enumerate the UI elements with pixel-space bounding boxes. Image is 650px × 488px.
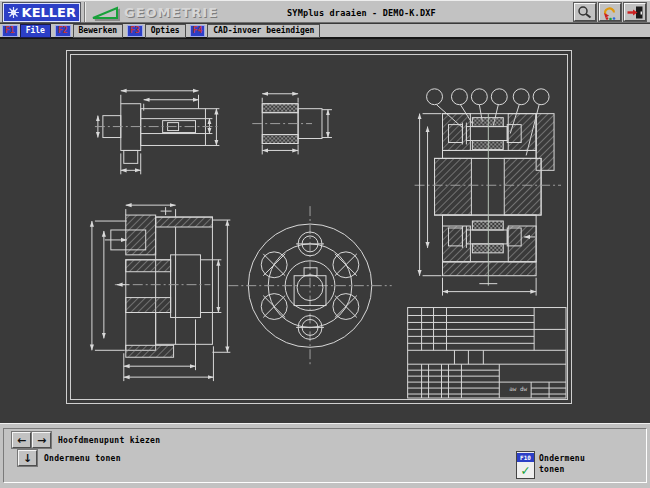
checkmark-icon: ✓ — [521, 462, 529, 478]
zoom-button[interactable] — [574, 3, 596, 21]
menubar: F1 File F2 Bewerken F3 Opties F4 CAD-inv… — [0, 24, 650, 39]
fkey-f2: F2 — [55, 25, 71, 37]
arrow-left-button[interactable]: ← — [12, 432, 31, 448]
status-panel: ← → Hoofdmenupunt kiezen ↓ Ondermenu ton… — [3, 428, 647, 483]
menu-item-cad-invoer-beeindigen[interactable]: F4 CAD-invoer beeindigen — [190, 24, 321, 38]
magnifier-icon — [576, 5, 594, 20]
menu-label-file: File — [20, 24, 51, 38]
title-bar: KELLER GEOMETRIE SYMplus draaien - DEMO-… — [0, 0, 650, 23]
titlebar-divider — [84, 2, 86, 22]
exit-button[interactable] — [624, 3, 646, 21]
f10-key-label: F10 — [517, 453, 534, 462]
arrow-down-button[interactable]: ↓ — [18, 450, 37, 466]
arrow-right-button[interactable]: → — [32, 432, 51, 448]
logo-text: KELLER — [22, 5, 76, 20]
menu-item-bewerken[interactable]: F2 Bewerken — [55, 24, 123, 38]
app-window: KELLER GEOMETRIE SYMplus draaien - DEMO-… — [0, 0, 650, 488]
menu-item-file[interactable]: F1 File — [2, 24, 51, 38]
view-bushing-section — [252, 94, 332, 155]
titlebar-buttons — [574, 3, 646, 21]
drawing-frame: aw dw — [66, 50, 572, 404]
arrow-right-icon: → — [37, 434, 46, 447]
f10-key-icon: F10 ✓ — [516, 451, 535, 479]
title-block: aw dw — [408, 308, 566, 398]
fkey-f4: F4 — [190, 25, 206, 37]
menu-item-opties[interactable]: F3 Opties — [127, 24, 186, 38]
menu-label-bewerken: Bewerken — [73, 24, 124, 38]
fkey-f3: F3 — [127, 25, 143, 37]
view-hub-section — [92, 205, 230, 381]
view-coupling-assembly — [415, 89, 561, 296]
fkey-f1: F1 — [2, 25, 18, 37]
f10-labels: Ondermenu tonen — [539, 453, 585, 475]
help-button[interactable] — [599, 3, 621, 21]
f10-label-line1: Ondermenu — [539, 453, 585, 464]
app-name: GEOMETRIE — [124, 5, 218, 20]
keller-emblem-icon — [7, 6, 20, 19]
keller-logo: KELLER — [3, 3, 80, 22]
drawing-area: aw dw — [0, 39, 650, 423]
f10-hint[interactable]: F10 ✓ Ondermenu tonen — [516, 451, 585, 479]
exit-door-icon — [626, 5, 644, 20]
status-row-1: ← → Hoofdmenupunt kiezen — [12, 432, 160, 448]
menu-label-cad-invoer-beeindigen: CAD-invoer beeindigen — [207, 24, 320, 38]
f10-label-line2: tonen — [539, 464, 585, 475]
view-shaft-section — [95, 91, 220, 175]
menu-label-opties: Opties — [145, 24, 186, 38]
status-bar: ← → Hoofdmenupunt kiezen ↓ Ondermenu ton… — [0, 423, 650, 488]
title-block-text: aw dw — [509, 385, 527, 392]
status-row2-label: Ondermenu tonen — [44, 454, 121, 463]
status-row-2: ↓ Ondermenu tonen — [12, 450, 121, 466]
geometrie-triangle-icon — [89, 3, 121, 22]
arrow-left-icon: ← — [17, 434, 26, 447]
status-row1-label: Hoofdmenupunt kiezen — [58, 436, 160, 445]
help-arrow-icon — [601, 5, 619, 20]
window-title: SYMplus draaien - DEMO-K.DXF — [287, 8, 436, 18]
drawing-frame-inner: aw dw — [70, 54, 568, 400]
cad-canvas[interactable]: aw dw — [71, 55, 567, 399]
view-flange-front — [228, 206, 391, 365]
arrow-down-icon: ↓ — [23, 452, 32, 465]
